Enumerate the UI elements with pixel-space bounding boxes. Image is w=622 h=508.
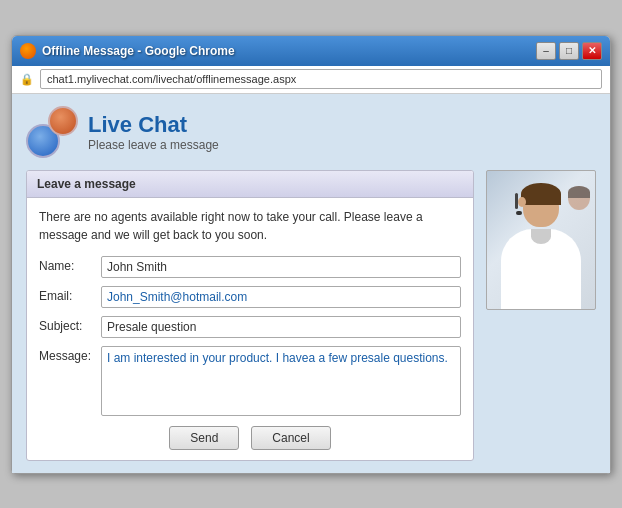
agent-body (501, 229, 581, 309)
chat-title: Live Chat (88, 112, 219, 138)
address-bar: 🔒 (12, 66, 610, 94)
close-button[interactable]: ✕ (582, 42, 602, 60)
agent-figure (496, 187, 586, 309)
message-label: Message: (39, 346, 101, 363)
message-textarea[interactable]: I am interested in your product. I havea… (101, 346, 461, 416)
agent-photo-frame (486, 170, 596, 310)
form-section-title: Leave a message (27, 171, 473, 198)
agent-ear (518, 197, 526, 207)
title-bar-left: Offline Message - Google Chrome (20, 43, 235, 59)
maximize-button[interactable]: □ (559, 42, 579, 60)
chat-subtitle: Please leave a message (88, 138, 219, 152)
name-input[interactable] (101, 256, 461, 278)
chat-header: Live Chat Please leave a message (26, 106, 596, 158)
main-panel: Leave a message There are no agents avai… (26, 170, 596, 461)
cancel-button[interactable]: Cancel (251, 426, 330, 450)
subject-input[interactable] (101, 316, 461, 338)
message-row: Message: I am interested in your product… (39, 346, 461, 416)
agent-photo (486, 170, 596, 310)
agent-head (523, 187, 559, 227)
subject-label: Subject: (39, 316, 101, 333)
form-panel: Leave a message There are no agents avai… (26, 170, 474, 461)
chat-title-area: Live Chat Please leave a message (88, 112, 219, 152)
email-input[interactable] (101, 286, 461, 308)
agent-collar (531, 229, 551, 244)
name-row: Name: (39, 256, 461, 278)
email-label: Email: (39, 286, 101, 303)
form-buttons: Send Cancel (39, 426, 461, 450)
name-label: Name: (39, 256, 101, 273)
title-bar: Offline Message - Google Chrome – □ ✕ (12, 36, 610, 66)
browser-icon (20, 43, 36, 59)
subject-row: Subject: (39, 316, 461, 338)
lock-icon: 🔒 (20, 73, 34, 86)
send-button[interactable]: Send (169, 426, 239, 450)
page-content: Live Chat Please leave a message Leave a… (12, 94, 610, 473)
minimize-button[interactable]: – (536, 42, 556, 60)
email-row: Email: (39, 286, 461, 308)
notice-text: There are no agents available right now … (39, 208, 461, 244)
address-input[interactable] (40, 69, 602, 89)
window-title: Offline Message - Google Chrome (42, 44, 235, 58)
browser-window: Offline Message - Google Chrome – □ ✕ 🔒 … (11, 35, 611, 474)
avatar-person2 (48, 106, 78, 136)
form-body: There are no agents available right now … (27, 198, 473, 460)
window-controls: – □ ✕ (536, 42, 602, 60)
agent-headset (515, 193, 518, 209)
chat-avatar (26, 106, 78, 158)
agent-hair (521, 183, 561, 205)
